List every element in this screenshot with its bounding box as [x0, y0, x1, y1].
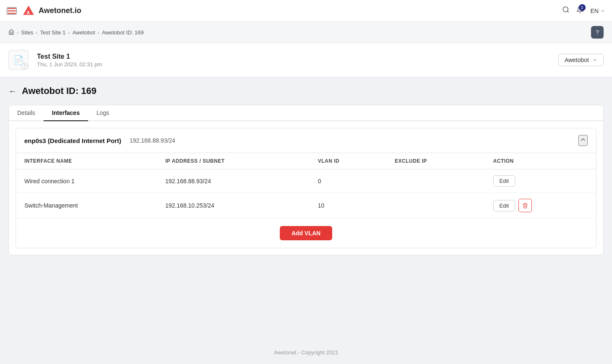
page-title-row: ← Awetobot ID: 169	[8, 86, 604, 96]
row2-edit-button[interactable]: Edit	[493, 200, 515, 211]
interface-name: enp0s3 (Dedicated Internet Port)	[24, 137, 121, 144]
row2-interface-name: Switch-Management	[16, 193, 157, 218]
col-vlan-id: VLAN ID	[310, 153, 386, 169]
footer-text: Awetonet - Copyright 2021	[274, 349, 339, 356]
tab-logs[interactable]: Logs	[88, 105, 117, 121]
svg-text:A: A	[26, 10, 30, 15]
breadcrumb-bar: › Sites › Test Site 1 › Awetobot › Aweto…	[0, 22, 612, 43]
table-header: INTERFACE NAME IP ADDRESS / SUBNET VLAN …	[16, 153, 596, 169]
add-vlan-button[interactable]: Add VLAN	[280, 226, 332, 240]
col-interface-name: INTERFACE NAME	[16, 153, 157, 169]
device-dropdown[interactable]: Awetobot	[558, 54, 604, 66]
breadcrumb-sites[interactable]: Sites	[21, 29, 33, 36]
row1-vlan-id: 0	[310, 169, 386, 193]
row1-interface-name: Wired connection 1	[16, 169, 157, 193]
table-row: Switch-Management 192.168.10.253/24 10 E…	[16, 193, 596, 218]
logo-icon: A	[22, 4, 35, 18]
footer: Awetonet - Copyright 2021	[0, 341, 612, 364]
notification-area: 0	[576, 6, 584, 16]
row2-ip-address: 192.168.10.253/24	[157, 193, 310, 218]
collapse-button[interactable]	[578, 135, 588, 146]
svg-line-3	[567, 11, 568, 12]
col-exclude-ip: EXCLUDE IP	[386, 153, 485, 169]
interface-panel: enp0s3 (Dedicated Internet Port) 192.168…	[16, 128, 596, 248]
row2-delete-button[interactable]	[518, 199, 532, 212]
main-content: ← Awetobot ID: 169 Details Interfaces Lo…	[0, 77, 612, 264]
help-button[interactable]: ?	[591, 26, 604, 39]
tab-bar: Details Interfaces Logs	[9, 105, 603, 121]
row1-ip-address: 192.168.88.93/24	[157, 169, 310, 193]
breadcrumb-sep-1: ›	[17, 29, 18, 36]
logo-text: Awetonet.io	[39, 6, 81, 15]
search-button[interactable]	[562, 6, 570, 16]
header-left: A Awetonet.io	[7, 4, 562, 18]
table-row: Wired connection 1 192.168.88.93/24 0 Ed…	[16, 169, 596, 193]
breadcrumb-device[interactable]: Awetobot	[73, 29, 95, 36]
breadcrumb-sep-2: ›	[36, 29, 37, 36]
svg-point-2	[563, 7, 568, 12]
row2-action: Edit	[485, 193, 596, 218]
interface-card-header: enp0s3 (Dedicated Internet Port) 192.168…	[16, 128, 596, 153]
back-button[interactable]: ←	[8, 86, 17, 96]
main-card: Details Interfaces Logs enp0s3 (Dedicate…	[8, 105, 604, 255]
breadcrumb-sep-4: ›	[98, 29, 99, 36]
breadcrumb-site[interactable]: Test Site 1	[40, 29, 66, 36]
site-name: Test Site 1	[37, 53, 550, 60]
page-header-area: 📄 ? Test Site 1 Thu, 1 Jun 2023, 02:31 p…	[0, 43, 612, 77]
site-info: Test Site 1 Thu, 1 Jun 2023, 02:31 pm	[37, 53, 550, 68]
tab-details[interactable]: Details	[9, 105, 44, 121]
row1-exclude-ip	[386, 169, 485, 193]
row1-action: Edit	[485, 169, 596, 193]
col-ip-address: IP ADDRESS / SUBNET	[157, 153, 310, 169]
row1-edit-button[interactable]: Edit	[493, 175, 515, 187]
row2-action-cell: Edit	[493, 199, 588, 212]
device-dropdown-label: Awetobot	[565, 57, 589, 63]
interface-card: enp0s3 (Dedicated Internet Port) 192.168…	[16, 128, 596, 248]
tab-interfaces[interactable]: Interfaces	[44, 105, 88, 121]
breadcrumb-sep-3: ›	[68, 29, 70, 36]
header-right: 0 EN	[562, 6, 605, 16]
site-icon: 📄 ?	[8, 50, 29, 70]
site-date: Thu, 1 Jun 2023, 02:31 pm	[37, 61, 550, 68]
interface-header-left: enp0s3 (Dedicated Internet Port) 192.168…	[24, 137, 175, 144]
row2-exclude-ip	[386, 193, 485, 218]
table-body: Wired connection 1 192.168.88.93/24 0 Ed…	[16, 169, 596, 218]
add-vlan-row: Add VLAN	[16, 218, 596, 248]
col-action: ACTION	[485, 153, 596, 169]
row2-vlan-id: 10	[310, 193, 386, 218]
app-header: A Awetonet.io 0 EN	[0, 0, 612, 22]
row1-action-cell: Edit	[493, 175, 588, 187]
language-selector[interactable]: EN	[591, 8, 605, 14]
notification-button[interactable]: 0	[576, 6, 584, 16]
breadcrumb-current: Awetobot ID: 169	[102, 29, 144, 36]
home-icon[interactable]	[8, 29, 14, 36]
interface-ip: 192.168.88.93/24	[130, 137, 175, 144]
notification-badge: 0	[579, 4, 586, 11]
hamburger-button[interactable]	[7, 7, 17, 15]
interfaces-table: INTERFACE NAME IP ADDRESS / SUBNET VLAN …	[16, 153, 596, 218]
lang-label: EN	[591, 8, 599, 14]
logo-area: A Awetonet.io	[22, 4, 81, 18]
site-icon-badge: ?	[21, 63, 27, 69]
page-title: Awetobot ID: 169	[22, 86, 96, 96]
breadcrumb: › Sites › Test Site 1 › Awetobot › Aweto…	[8, 29, 143, 36]
